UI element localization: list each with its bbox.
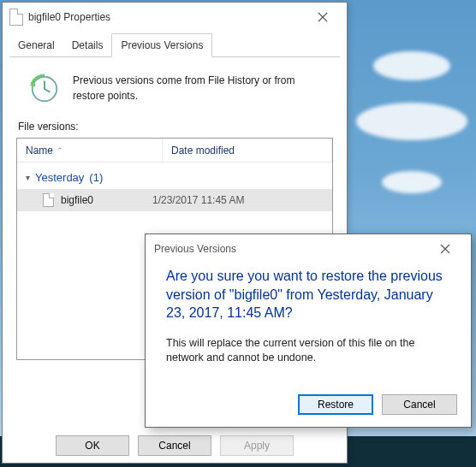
- dialog-secondary-text: This will replace the current version of…: [166, 336, 450, 366]
- file-versions-label: File versions:: [18, 121, 331, 133]
- group-label: Yesterday: [35, 171, 84, 184]
- dialog-button-row: Restore Cancel: [298, 394, 457, 415]
- close-button[interactable]: [306, 6, 340, 28]
- file-icon: [43, 193, 54, 207]
- column-date-label: Date modified: [171, 145, 235, 157]
- list-header: Name ⌃ Date modified: [17, 139, 332, 163]
- tab-general[interactable]: General: [9, 34, 63, 56]
- group-header[interactable]: ▾ Yesterday (1): [17, 163, 332, 189]
- expand-caret-icon: ▾: [26, 173, 30, 182]
- apply-button: Apply: [220, 435, 294, 456]
- restore-button[interactable]: Restore: [298, 394, 373, 415]
- tab-bar: General Details Previous Versions: [9, 32, 340, 57]
- confirm-dialog: Previous Versions Are you sure you want …: [145, 234, 472, 428]
- group-count: (1): [89, 171, 103, 184]
- column-name[interactable]: Name ⌃: [17, 139, 163, 162]
- dialog-titlebar[interactable]: Previous Versions: [146, 234, 471, 263]
- version-name: bigfile0: [61, 194, 93, 206]
- history-clock-icon: [28, 73, 61, 105]
- description-text: Previous versions come from File History…: [73, 73, 304, 105]
- close-icon: [440, 244, 450, 254]
- version-row[interactable]: bigfile0 1/23/2017 11:45 AM: [17, 189, 332, 211]
- ok-button[interactable]: OK: [56, 435, 129, 456]
- dialog-main-text: Are you sure you want to restore the pre…: [166, 267, 450, 322]
- window-button-row: OK Cancel Apply: [3, 435, 347, 456]
- close-icon: [318, 12, 328, 22]
- dialog-cancel-button[interactable]: Cancel: [382, 394, 457, 415]
- cancel-button[interactable]: Cancel: [138, 435, 211, 456]
- column-date[interactable]: Date modified: [163, 139, 332, 162]
- dialog-close-button[interactable]: [428, 238, 462, 260]
- window-title: bigfile0 Properties: [28, 11, 306, 23]
- tab-details[interactable]: Details: [63, 34, 112, 56]
- column-name-label: Name: [26, 145, 53, 157]
- version-date: 1/23/2017 11:45 AM: [152, 194, 244, 206]
- titlebar[interactable]: bigfile0 Properties: [3, 3, 347, 32]
- sort-indicator-icon: ⌃: [57, 146, 63, 155]
- dialog-title: Previous Versions: [154, 243, 428, 255]
- tab-previous-versions[interactable]: Previous Versions: [111, 33, 212, 57]
- file-icon: [9, 9, 23, 26]
